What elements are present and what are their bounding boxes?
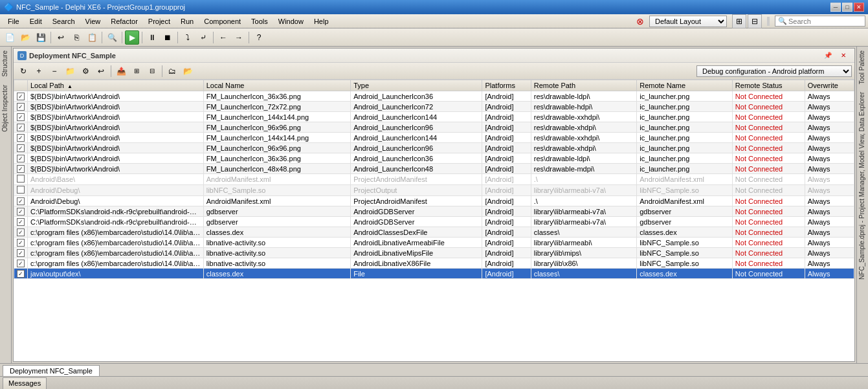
menu-search[interactable]: Search — [47, 16, 80, 27]
tb-search[interactable]: 🔍 — [105, 30, 119, 45]
panel-close[interactable]: ✕ — [836, 49, 851, 63]
tb-undo[interactable]: ↩ — [54, 30, 68, 45]
dt-delete[interactable]: − — [47, 64, 61, 78]
row-checkbox[interactable] — [17, 103, 25, 111]
row-checkbox-cell[interactable] — [14, 269, 28, 279]
table-row[interactable]: $(BDS)\bin\Artwork\Android\ FM_LauncherI… — [14, 122, 854, 133]
tb-help[interactable]: ? — [252, 30, 266, 45]
row-checkbox[interactable] — [17, 218, 25, 226]
table-row[interactable]: c:\program files (x86)\embarcadero\studi… — [14, 227, 854, 238]
row-checkbox-cell[interactable] — [14, 153, 28, 164]
search-input[interactable] — [788, 17, 853, 25]
menu-component[interactable]: Component — [199, 16, 246, 27]
tb-step-over[interactable]: ⤵ — [181, 30, 195, 45]
col-overwrite[interactable]: Overwrite — [805, 80, 854, 91]
tb-copy[interactable]: ⎘ — [69, 30, 83, 45]
row-checkbox-cell[interactable] — [14, 227, 28, 238]
dt-more1[interactable]: ⊞ — [129, 64, 144, 78]
table-row[interactable]: Android\Debug\ AndroidManifest.xml Proje… — [14, 196, 854, 206]
row-checkbox[interactable] — [17, 144, 25, 152]
row-checkbox-cell[interactable] — [14, 248, 28, 258]
menu-refactor[interactable]: Refactor — [106, 16, 143, 27]
col-remote-status[interactable]: Remote Status — [732, 80, 805, 91]
row-checkbox[interactable] — [17, 197, 25, 205]
row-checkbox[interactable] — [17, 175, 25, 183]
dt-settings[interactable]: ⚙ — [78, 64, 93, 78]
row-checkbox[interactable] — [17, 239, 25, 247]
table-row[interactable]: C:\PlatformSDKs\android-ndk-r9c\prebuilt… — [14, 206, 854, 217]
col-type[interactable]: Type — [351, 80, 482, 91]
tb-stop[interactable]: ⏹ — [161, 30, 175, 45]
dt-refresh[interactable]: ↻ — [16, 64, 30, 78]
row-checkbox[interactable] — [17, 249, 25, 257]
row-checkbox-cell[interactable] — [14, 174, 28, 185]
row-checkbox[interactable] — [17, 165, 25, 173]
row-checkbox[interactable] — [17, 228, 25, 236]
tool-palette-tab[interactable]: Tool Palette — [857, 47, 868, 88]
row-checkbox-cell[interactable] — [14, 258, 28, 269]
table-row[interactable]: Android\Base\ AndroidManifest.xml Projec… — [14, 174, 854, 185]
dt-deploy[interactable]: 📤 — [114, 64, 128, 78]
row-checkbox[interactable] — [17, 270, 25, 278]
row-checkbox-cell[interactable] — [14, 91, 28, 102]
minimize-button[interactable]: ─ — [830, 3, 841, 12]
row-checkbox[interactable] — [17, 186, 25, 194]
row-checkbox-cell[interactable] — [14, 217, 28, 227]
menu-window[interactable]: Window — [273, 16, 309, 27]
menu-project[interactable]: Project — [143, 16, 175, 27]
maximize-button[interactable]: □ — [842, 3, 852, 12]
row-checkbox[interactable] — [17, 134, 25, 142]
row-checkbox-cell[interactable] — [14, 102, 28, 112]
table-row[interactable]: c:\program files (x86)\embarcadero\studi… — [14, 238, 854, 248]
row-checkbox-cell[interactable] — [14, 112, 28, 122]
tb-open[interactable]: 📂 — [18, 30, 32, 45]
row-checkbox-cell[interactable] — [14, 206, 28, 217]
config-dropdown[interactable]: Debug configuration - Android platform — [696, 65, 852, 77]
panel-pin[interactable]: 📌 — [821, 49, 835, 63]
table-row[interactable]: Android\Debug\ libNFC_Sample.so ProjectO… — [14, 185, 854, 196]
row-checkbox-cell[interactable] — [14, 185, 28, 196]
dt-folder[interactable]: 📁 — [63, 64, 77, 78]
menu-run[interactable]: Run — [175, 16, 199, 27]
object-inspector-tab[interactable]: Object Inspector — [0, 81, 11, 136]
table-row[interactable]: $(BDS)\bin\Artwork\Android\ FM_LauncherI… — [14, 112, 854, 122]
row-checkbox-cell[interactable] — [14, 196, 28, 206]
tb-forward[interactable]: → — [232, 30, 246, 45]
row-checkbox[interactable] — [17, 208, 25, 216]
file-table-container[interactable]: Local Path ▲ Local Name Type Platforms R… — [14, 80, 854, 361]
row-checkbox[interactable] — [17, 155, 25, 162]
tb-step-into[interactable]: ⤶ — [196, 30, 210, 45]
table-row[interactable]: c:\program files (x86)\embarcadero\studi… — [14, 248, 854, 258]
table-row[interactable]: c:\program files (x86)\embarcadero\studi… — [14, 258, 854, 269]
menu-help[interactable]: Help — [309, 16, 334, 27]
row-checkbox-cell[interactable] — [14, 133, 28, 143]
dt-more2[interactable]: ⊟ — [145, 64, 159, 78]
row-checkbox-cell[interactable] — [14, 164, 28, 174]
deployment-bottom-tab[interactable]: Deployment NFC_Sample — [3, 365, 100, 376]
project-manager-tab[interactable]: NFC_Sample.dproj - Project Manager, Mode… — [857, 88, 868, 283]
tb-save[interactable]: 💾 — [34, 30, 48, 45]
tb-new[interactable]: 📄 — [3, 30, 17, 45]
tb-paste[interactable]: 📋 — [85, 30, 99, 45]
layout-btn2[interactable]: ⊟ — [748, 14, 762, 28]
layout-selector[interactable]: Default Layout — [649, 16, 727, 27]
row-checkbox[interactable] — [17, 93, 25, 100]
row-checkbox-cell[interactable] — [14, 143, 28, 153]
tb-pause[interactable]: ⏸ — [145, 30, 159, 45]
dt-folder3[interactable]: 📂 — [181, 64, 195, 78]
dt-add[interactable]: + — [32, 64, 46, 78]
structure-tab[interactable]: Structure — [0, 47, 11, 81]
row-checkbox[interactable] — [17, 113, 25, 121]
dt-folder2[interactable]: 🗂 — [165, 64, 179, 78]
table-row[interactable]: $(BDS)\bin\Artwork\Android\ FM_LauncherI… — [14, 153, 854, 164]
table-row[interactable]: $(BDS)\bin\Artwork\Android\ FM_LauncherI… — [14, 91, 854, 102]
col-local-path[interactable]: Local Path ▲ — [28, 80, 204, 91]
table-row[interactable]: java\output\dex\ classes.dex File [Andro… — [14, 269, 854, 279]
row-checkbox-cell[interactable] — [14, 122, 28, 133]
menu-file[interactable]: File — [3, 16, 25, 27]
tb-run[interactable]: ▶ — [125, 30, 139, 45]
menu-view[interactable]: View — [80, 16, 106, 27]
tb-back[interactable]: ← — [216, 30, 230, 45]
table-row[interactable]: $(BDS)\bin\Artwork\Android\ FM_LauncherI… — [14, 102, 854, 112]
layout-btn1[interactable]: ⊞ — [732, 14, 746, 28]
